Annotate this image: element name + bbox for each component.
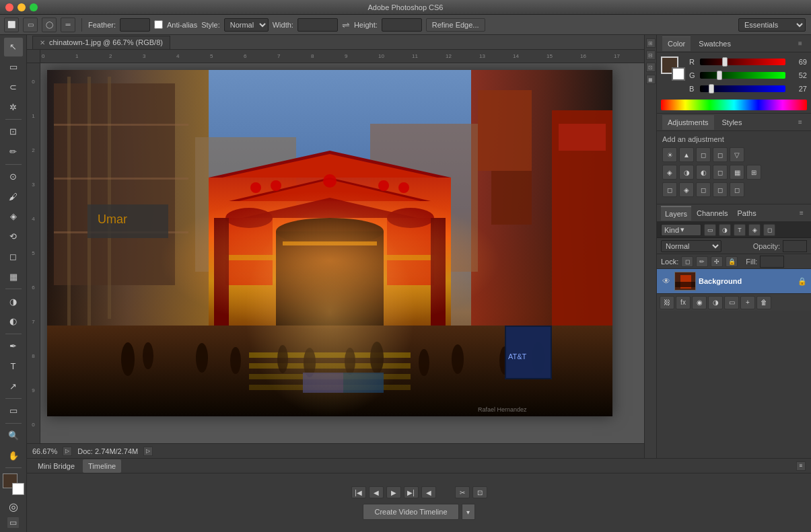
shape-tool[interactable]: ▭ bbox=[4, 402, 23, 420]
panel-icon-4[interactable]: ◼ bbox=[646, 75, 656, 84]
green-thumb[interactable] bbox=[717, 71, 722, 80]
blue-slider[interactable] bbox=[700, 85, 785, 92]
fill-input[interactable]: 100% bbox=[760, 256, 784, 268]
timeline-cut-btn[interactable]: ✂ bbox=[455, 486, 470, 498]
lock-position-icon[interactable]: ✣ bbox=[711, 256, 723, 267]
zoom-icon[interactable]: ▷ bbox=[63, 447, 72, 456]
rect-select-icon[interactable]: ▭ bbox=[23, 17, 38, 32]
adj-bw[interactable]: ◐ bbox=[696, 165, 711, 180]
selection-tool-icon[interactable]: ⬜ bbox=[4, 17, 19, 32]
width-input[interactable] bbox=[297, 18, 338, 32]
background-swatch[interactable] bbox=[672, 67, 685, 81]
gradient-tool[interactable]: ▦ bbox=[4, 267, 23, 286]
panel-icon-2[interactable]: ⊟ bbox=[646, 50, 656, 60]
eyedropper-tool[interactable]: ✏ bbox=[4, 143, 23, 161]
fg-bg-color-swatch[interactable] bbox=[3, 473, 24, 495]
kind-selector[interactable]: Kind ▾ bbox=[661, 224, 701, 236]
timeline-prev-btn[interactable]: ◀ bbox=[369, 486, 384, 498]
new-group-btn[interactable]: ▭ bbox=[724, 296, 739, 309]
panel-icon-1[interactable]: ⊞ bbox=[646, 38, 656, 48]
adj-gradientmap[interactable]: ◻ bbox=[713, 182, 728, 197]
adj-brightness[interactable]: ☀ bbox=[662, 147, 677, 162]
screen-mode-btn[interactable]: ▭ bbox=[7, 517, 19, 528]
blend-mode-select[interactable]: Normal bbox=[661, 240, 721, 252]
document-tab[interactable]: ✕ chinatown-1.jpg @ 66.7% (RGB/8) bbox=[32, 36, 170, 49]
adj-photofilter[interactable]: ◻ bbox=[713, 165, 728, 180]
create-video-timeline-btn[interactable]: Create Video Timeline bbox=[363, 504, 458, 520]
row-select-icon[interactable]: ═ bbox=[61, 17, 75, 32]
adj-exposure[interactable]: ◻ bbox=[713, 147, 728, 162]
timeline-trim-btn[interactable]: ⊡ bbox=[472, 486, 487, 498]
pen-tool[interactable]: ✒ bbox=[4, 337, 23, 356]
workspace-select[interactable]: Essentials bbox=[738, 18, 806, 32]
create-timeline-dropdown[interactable]: ▾ bbox=[462, 504, 475, 520]
layer-row-background[interactable]: 👁 Background 🔒 bbox=[657, 269, 811, 293]
tab-color[interactable]: Color bbox=[662, 36, 691, 51]
red-slider[interactable] bbox=[700, 59, 785, 65]
lock-all-icon[interactable]: 🔒 bbox=[726, 256, 738, 267]
eraser-tool[interactable]: ◻ bbox=[4, 248, 23, 266]
kind-shape-icon[interactable]: ◈ bbox=[748, 224, 761, 236]
layers-panel-menu[interactable]: ≡ bbox=[796, 208, 807, 219]
adj-colorbalance[interactable]: ◑ bbox=[679, 165, 694, 180]
background-color[interactable] bbox=[12, 483, 24, 495]
add-mask-btn[interactable]: ◉ bbox=[692, 296, 707, 309]
panel-icon-3[interactable]: ⊡ bbox=[646, 63, 656, 72]
timeline-play-btn[interactable]: ▶ bbox=[386, 486, 401, 498]
kind-smart-icon[interactable]: ◻ bbox=[763, 224, 775, 236]
height-input[interactable] bbox=[382, 18, 422, 32]
zoom-tool[interactable]: 🔍 bbox=[4, 426, 23, 445]
adj-hsl[interactable]: ◈ bbox=[662, 165, 677, 180]
tab-close-icon[interactable]: ✕ bbox=[40, 39, 45, 46]
fg-bg-swatch[interactable] bbox=[661, 56, 685, 81]
refine-edge-button[interactable]: Refine Edge... bbox=[426, 18, 485, 32]
image-canvas[interactable]: Umar bbox=[40, 63, 644, 443]
timeline-last-btn[interactable]: ◀ bbox=[421, 486, 436, 498]
red-thumb[interactable] bbox=[722, 57, 728, 67]
adj-selectivecolor[interactable]: ◻ bbox=[730, 182, 744, 197]
tab-adjustments[interactable]: Adjustments bbox=[662, 115, 714, 130]
dodge-tool[interactable]: ◐ bbox=[4, 312, 23, 331]
close-button[interactable] bbox=[5, 3, 13, 11]
blur-tool[interactable]: ◑ bbox=[4, 292, 23, 311]
tab-channels[interactable]: Channels bbox=[693, 206, 732, 221]
quick-mask-btn[interactable]: ◎ bbox=[9, 500, 18, 513]
marquee-tool[interactable]: ▭ bbox=[4, 58, 23, 77]
blue-thumb[interactable] bbox=[709, 84, 714, 93]
move-tool[interactable]: ↖ bbox=[4, 38, 23, 56]
adj-curves[interactable]: ◻ bbox=[696, 147, 711, 162]
status-arrow-icon[interactable]: ▷ bbox=[143, 447, 153, 456]
lasso-tool[interactable]: ⊂ bbox=[4, 78, 23, 97]
crop-tool[interactable]: ⊡ bbox=[4, 122, 23, 141]
brush-tool[interactable]: 🖌 bbox=[4, 187, 23, 206]
timeline-first-btn[interactable]: |◀ bbox=[351, 486, 366, 498]
maximize-button[interactable] bbox=[30, 3, 38, 11]
adj-posterize[interactable]: ◈ bbox=[679, 182, 694, 197]
type-tool[interactable]: T bbox=[4, 356, 23, 375]
tab-swatches[interactable]: Swatches bbox=[693, 36, 736, 51]
new-fill-btn[interactable]: ◑ bbox=[708, 296, 723, 309]
layer-visibility-eye[interactable]: 👁 bbox=[661, 276, 672, 287]
link-layers-btn[interactable]: ⛓ bbox=[660, 296, 674, 309]
layer-styles-btn[interactable]: fx bbox=[676, 296, 691, 309]
lock-pixels-icon[interactable]: ◻ bbox=[681, 256, 693, 267]
tab-styles[interactable]: Styles bbox=[717, 115, 748, 130]
green-slider[interactable] bbox=[700, 72, 785, 79]
style-select[interactable]: Normal bbox=[224, 18, 269, 32]
adj-colorlookup[interactable]: ⊞ bbox=[746, 165, 761, 180]
spot-healing-tool[interactable]: ⊙ bbox=[4, 167, 23, 186]
opacity-input[interactable]: 100% bbox=[783, 240, 807, 252]
delete-layer-btn[interactable]: 🗑 bbox=[756, 296, 771, 309]
minimize-button[interactable] bbox=[17, 3, 26, 11]
panel-collapse-btn[interactable]: ≡ bbox=[796, 461, 806, 471]
kind-adjustment-icon[interactable]: ◑ bbox=[719, 224, 731, 236]
tab-mini-bridge[interactable]: Mini Bridge bbox=[32, 459, 80, 473]
tab-layers[interactable]: Layers bbox=[661, 206, 691, 221]
adj-vibrance[interactable]: ▽ bbox=[730, 147, 744, 162]
adj-invert[interactable]: ◻ bbox=[662, 182, 677, 197]
feather-input[interactable]: 0 px bbox=[120, 18, 150, 32]
timeline-next-btn[interactable]: ▶| bbox=[404, 486, 419, 498]
lock-image-icon[interactable]: ✏ bbox=[696, 256, 708, 267]
color-panel-menu[interactable]: ≡ bbox=[795, 38, 806, 49]
tab-paths[interactable]: Paths bbox=[734, 206, 761, 221]
